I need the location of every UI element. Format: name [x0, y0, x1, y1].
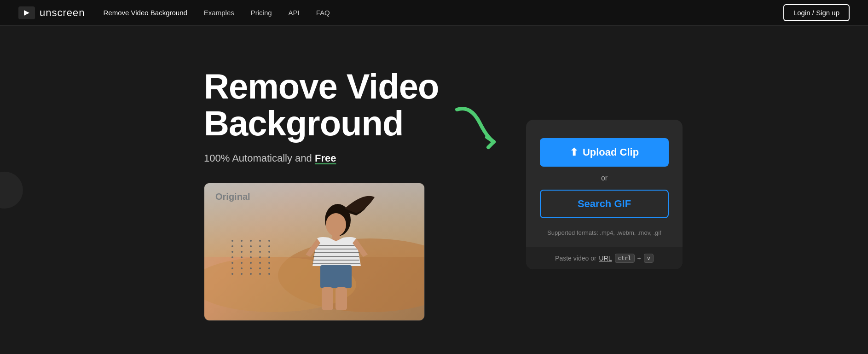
- hero-right: ⬆ Upload Clip or Search GIF Supported fo…: [526, 120, 683, 269]
- hero-title-line2: Background: [204, 104, 403, 143]
- svg-rect-7: [322, 287, 333, 310]
- nav-link-examples[interactable]: Examples: [204, 9, 234, 17]
- nav-item-pricing[interactable]: Pricing: [251, 9, 272, 17]
- paste-row: Paste video or URL ctrl + v: [526, 247, 683, 269]
- upload-clip-button[interactable]: ⬆ Upload Clip: [540, 138, 669, 167]
- search-gif-button[interactable]: Search GIF: [540, 190, 669, 218]
- paste-url-link[interactable]: URL: [599, 255, 612, 262]
- login-button[interactable]: Login / Sign up: [783, 4, 850, 21]
- dots-decoration: [231, 240, 274, 275]
- upload-clip-label: Upload Clip: [583, 146, 639, 158]
- svg-rect-6: [320, 265, 352, 288]
- nav-link-remove-video[interactable]: Remove Video Background: [104, 9, 187, 17]
- ctrl-key: ctrl: [615, 254, 635, 263]
- logo[interactable]: unscreen: [18, 6, 85, 19]
- nav-item-api[interactable]: API: [289, 9, 300, 17]
- hero-subtitle-prefix: 100% Automatically and: [204, 152, 315, 164]
- nav-link-api[interactable]: API: [289, 9, 300, 17]
- v-key: v: [644, 254, 654, 263]
- arrow-icon: [443, 96, 508, 160]
- nav-item-faq[interactable]: FAQ: [316, 9, 330, 17]
- upload-icon: ⬆: [570, 146, 578, 158]
- nav-link-faq[interactable]: FAQ: [316, 9, 330, 17]
- svg-rect-8: [336, 287, 347, 310]
- upload-card: ⬆ Upload Clip or Search GIF Supported fo…: [526, 120, 683, 269]
- nav-link-pricing[interactable]: Pricing: [251, 9, 272, 17]
- hero-section: Remove Video Background 100% Automatical…: [0, 26, 868, 354]
- nav-left: unscreen Remove Video Background Example…: [18, 6, 330, 19]
- logo-text: unscreen: [40, 7, 85, 19]
- paste-text: Paste video or: [555, 255, 596, 262]
- hero-free-text: Free: [315, 152, 336, 164]
- supported-formats: Supported formats: .mp4, .webm, .mov, .g…: [547, 229, 661, 236]
- hero-left: Remove Video Background 100% Automatical…: [204, 68, 498, 321]
- left-circle-decoration: [0, 172, 23, 209]
- plus-sign: +: [637, 255, 641, 262]
- svg-point-4: [326, 213, 346, 236]
- arrow-decoration: [443, 96, 508, 160]
- logo-icon: [18, 6, 35, 19]
- nav-links: Remove Video Background Examples Pricing…: [104, 9, 330, 17]
- or-divider: or: [601, 174, 608, 182]
- nav-item-remove-video[interactable]: Remove Video Background: [104, 9, 187, 17]
- hero-title-line1: Remove Video: [204, 67, 439, 106]
- nav-item-examples[interactable]: Examples: [204, 9, 234, 17]
- navbar: unscreen Remove Video Background Example…: [0, 0, 868, 26]
